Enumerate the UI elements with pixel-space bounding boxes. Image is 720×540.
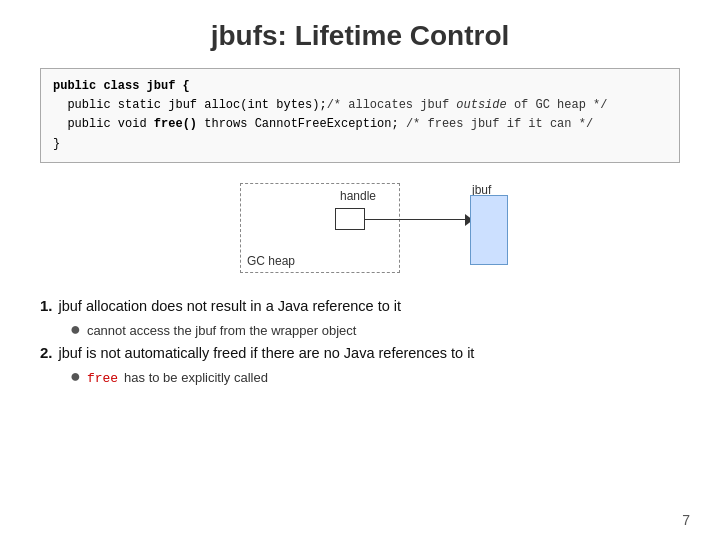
jbuf-box [470, 195, 508, 265]
bullet-2: ● free has to be explicitly called [70, 367, 680, 386]
bullet-dot-1: ● [70, 320, 81, 338]
code-block: public class jbuf { public static jbuf a… [40, 68, 680, 163]
bullet-1-text: cannot access the jbuf from the wrapper … [87, 323, 357, 338]
page-title: jbufs: Lifetime Control [40, 20, 680, 52]
point-1-number: 1. [40, 297, 53, 314]
code-line-1: public class jbuf { [53, 77, 667, 96]
point-2: 2. jbuf is not automatically freed if th… [40, 344, 680, 361]
bullet-1: ● cannot access the jbuf from the wrappe… [70, 320, 680, 338]
points-list: 1. jbuf allocation does not result in a … [40, 297, 680, 392]
bullet-2-text: has to be explicitly called [124, 370, 268, 385]
gc-heap-label: GC heap [247, 254, 295, 268]
page-number: 7 [682, 512, 690, 528]
point-2-number: 2. [40, 344, 53, 361]
code-line-3: public void free() throws CannotFreeExce… [53, 115, 667, 134]
point-1: 1. jbuf allocation does not result in a … [40, 297, 680, 314]
point-1-text: jbuf allocation does not result in a Jav… [59, 298, 402, 314]
point-2-text: jbuf is not automatically freed if there… [59, 345, 475, 361]
code-line-2: public static jbuf alloc(int bytes);/* a… [53, 96, 667, 115]
bullet-dot-2: ● [70, 367, 81, 385]
code-line-4: } [53, 135, 667, 154]
diagram: GC heap handle jbuf [40, 173, 680, 283]
arrow-line [365, 219, 470, 220]
bullet-2-code: free [87, 371, 118, 386]
handle-box [335, 208, 365, 230]
handle-label: handle [340, 189, 376, 203]
slide: jbufs: Lifetime Control public class jbu… [0, 0, 720, 540]
